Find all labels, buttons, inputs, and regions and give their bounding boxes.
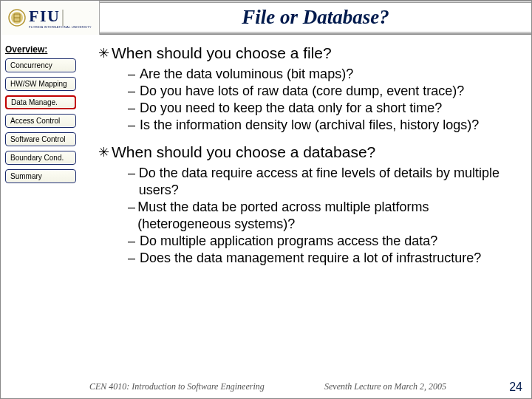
list-item: –Are the data voluminous (bit maps)? (128, 66, 512, 83)
list-item: –Must the data be ported across multiple… (128, 199, 512, 233)
title-bar: F I U FLORIDA INTERNATIONAL UNIVERSITY F… (1, 1, 531, 35)
fiu-logo-icon: F I U FLORIDA INTERNATIONAL UNIVERSITY (7, 5, 94, 30)
dash-icon: – (128, 199, 137, 233)
dash-icon: – (128, 250, 140, 267)
sidebar-item-label: Software Control (10, 135, 65, 143)
sub-text: Must the data be ported across multiple … (137, 199, 512, 233)
list-item: –Does the data management require a lot … (128, 250, 512, 267)
sidebar-item-boundary-cond[interactable]: Boundary Cond. (5, 151, 76, 165)
logo: F I U FLORIDA INTERNATIONAL UNIVERSITY (1, 1, 100, 35)
list-item: –Do the data require access at fine leve… (128, 165, 512, 199)
content-area: ✳ When should you choose a file? –Are th… (98, 44, 512, 276)
title-wrap: File or Database? (100, 1, 531, 34)
svg-text:U: U (47, 7, 59, 25)
sidebar-item-concurrency[interactable]: Concurrency (5, 58, 76, 72)
sidebar-item-label: Data Manage. (11, 98, 58, 106)
sidebar-item-label: HW/SW Mapping (10, 80, 67, 88)
sub-text: Do multiple application programs access … (140, 233, 437, 250)
sidebar-item-data-manage[interactable]: Data Manage. (5, 95, 76, 109)
topic-question: When should you choose a database? (112, 143, 375, 162)
svg-text:F: F (29, 7, 38, 25)
list-item: –Is the information density low (archiva… (128, 117, 512, 134)
sidebar-item-access-control[interactable]: Access Control (5, 114, 76, 128)
list-item: –Do you need to keep the data only for a… (128, 100, 512, 117)
bullet-icon: ✳ (98, 143, 112, 162)
sub-text: Are the data voluminous (bit maps)? (140, 66, 353, 83)
sub-text: Is the information density low (archival… (140, 117, 479, 134)
sidebar-item-label: Concurrency (10, 61, 52, 69)
bullet-icon: ✳ (98, 44, 112, 63)
svg-text:I: I (40, 7, 47, 25)
sidebar-item-hwsw-mapping[interactable]: HW/SW Mapping (5, 77, 76, 91)
sub-list: –Do the data require access at fine leve… (128, 165, 512, 267)
dash-icon: – (128, 100, 140, 117)
dash-icon: – (128, 66, 140, 83)
sidebar: Concurrency HW/SW Mapping Data Manage. A… (5, 58, 76, 183)
sidebar-item-label: Summary (10, 172, 42, 180)
sub-text: Do you need to keep the data only for a … (140, 100, 442, 117)
sidebar-item-label: Boundary Cond. (10, 154, 64, 162)
sidebar-item-label: Access Control (10, 117, 60, 125)
sub-text: Does the data management require a lot o… (140, 250, 481, 267)
svg-text:FLORIDA INTERNATIONAL UNIVERSI: FLORIDA INTERNATIONAL UNIVERSITY (29, 25, 92, 29)
footer-course: CEN 4010: Introduction to Software Engin… (89, 381, 265, 392)
sub-text: Do the data require access at fine level… (139, 165, 512, 199)
dash-icon: – (128, 117, 140, 134)
overview-heading: Overview: (5, 44, 47, 55)
sub-list: –Are the data voluminous (bit maps)? –Do… (128, 66, 512, 134)
footer-lecture: Seventh Lecture on March 2, 2005 (324, 381, 446, 392)
page-number: 24 (509, 381, 522, 394)
dash-icon: – (128, 83, 140, 100)
dash-icon: – (128, 165, 139, 199)
topic-file: ✳ When should you choose a file? (98, 44, 512, 63)
sidebar-item-summary[interactable]: Summary (5, 169, 76, 183)
sub-text: Do you have lots of raw data (core dump,… (140, 83, 464, 100)
topic-database: ✳ When should you choose a database? (98, 143, 512, 162)
topic-question: When should you choose a file? (112, 44, 332, 63)
dash-icon: – (128, 233, 140, 250)
sidebar-item-software-control[interactable]: Software Control (5, 132, 76, 146)
page-title: File or Database? (242, 6, 389, 29)
list-item: –Do you have lots of raw data (core dump… (128, 83, 512, 100)
list-item: –Do multiple application programs access… (128, 233, 512, 250)
